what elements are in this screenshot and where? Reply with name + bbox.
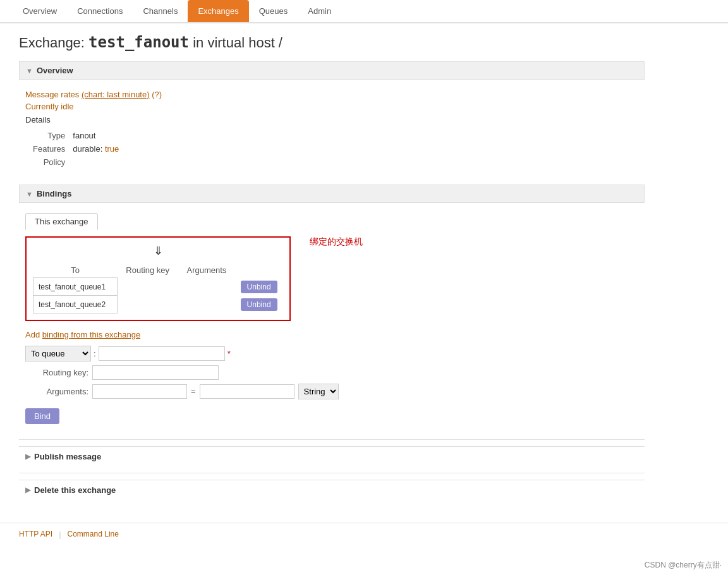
required-star: * [228,349,231,358]
routing-key-label: Routing key: [25,368,88,377]
arguments-label: Arguments: [25,387,88,396]
footer-divider: | [59,530,61,539]
command-line-link[interactable]: Command Line [68,530,119,539]
nav-item-exchanges[interactable]: Exchanges [188,0,248,22]
publish-section-label: Publish message [34,452,101,461]
queue-destination-input[interactable] [99,346,225,361]
add-binding-link[interactable]: binding from this exchange [42,330,140,339]
delete-section-label: Delete this exchange [34,485,116,495]
col-routing-key: Routing key [118,263,178,278]
unbind-cell-2: Unbind [235,296,283,313]
type-label: Type [33,130,71,142]
table-row: test_fanout_queue2 Unbind [33,296,283,313]
details-label: Details [25,115,638,125]
publish-expand-icon: ▶ [25,452,30,461]
overview-collapse-icon: ▼ [26,67,33,75]
queue-name-1: test_fanout_queue1 [33,278,118,296]
policy-value [73,156,124,168]
nav-item-connections[interactable]: Connections [67,0,133,22]
this-exchange-tab[interactable]: This exchange [25,213,98,230]
overview-body: Message rates (chart: last minute) (?) C… [19,86,645,178]
divider-2 [19,473,645,473]
queue-name-2: test_fanout_queue2 [33,296,118,313]
bind-button[interactable]: Bind [25,408,59,424]
equals-sign: = [191,387,196,396]
main-content: Exchange: test_fanout in virtual host / … [0,23,664,510]
type-value: fanout [73,130,124,142]
bindings-section-label: Bindings [37,189,72,198]
bindings-annotation: 绑定的交换机 [310,236,363,248]
col-action [235,263,283,278]
nav-item-queues[interactable]: Queues [249,0,298,22]
nav-item-channels[interactable]: Channels [133,0,188,22]
table-row: test_fanout_queue1 Unbind [33,278,283,296]
publish-message-section[interactable]: ▶ Publish message [19,446,645,466]
unbind-cell-1: Unbind [235,278,283,296]
bindings-section-header[interactable]: ▼ Bindings [19,185,645,203]
nav-item-overview[interactable]: Overview [13,0,67,22]
bindings-collapse-icon: ▼ [26,190,33,198]
unbind-button-2[interactable]: Unbind [241,298,277,311]
page-title: Exchange: test_fanout in virtual host / [19,33,645,51]
colon-separator: : [94,349,96,358]
delete-expand-icon: ▶ [25,486,30,494]
bind-button-wrapper: Bind [25,404,638,424]
features-label: Features [33,143,71,155]
policy-label: Policy [33,156,71,168]
routing-key-1 [118,278,178,296]
message-rates-label: Message rates (chart: last minute) (?) [25,90,638,99]
features-value: durable: true [73,143,124,155]
bindings-inline-wrapper: ⇓ To Routing key Arguments test_fanout_q… [25,236,638,330]
http-api-link[interactable]: HTTP API [19,530,52,539]
footer: HTTP API | Command Line [0,523,728,545]
details-table: Type fanout Features durable: true Polic… [32,128,125,169]
nav-item-admin[interactable]: Admin [298,0,341,22]
durable-link[interactable]: true [105,144,119,154]
bindings-box: ⇓ To Routing key Arguments test_fanout_q… [25,236,291,321]
arguments-value-input[interactable] [200,384,294,399]
top-navigation: Overview Connections Channels Exchanges … [0,0,728,23]
to-queue-select[interactable]: To queue To exchange [25,346,91,361]
arguments-2 [178,296,235,313]
arguments-key-input[interactable] [92,384,187,399]
col-to: To [33,263,118,278]
arguments-row: Arguments: = String [25,384,638,399]
bindings-tab-bar: This exchange [25,213,638,230]
bindings-table: To Routing key Arguments test_fanout_que… [33,263,283,313]
add-binding-label: Add binding from this exchange [25,330,638,339]
to-queue-row: To queue To exchange : * [25,346,638,361]
routing-key-input[interactable] [92,365,219,380]
unbind-button-1[interactable]: Unbind [241,281,277,293]
idle-status: Currently idle [25,102,638,111]
overview-section-label: Overview [37,66,73,75]
down-arrow: ⇓ [33,244,283,258]
bindings-body: This exchange ⇓ To Routing key Arguments [19,209,645,433]
divider-1 [19,439,645,440]
chart-link[interactable]: (chart: last minute) [82,90,150,99]
arguments-type-select[interactable]: String [298,384,339,399]
col-arguments: Arguments [178,263,235,278]
delete-exchange-section[interactable]: ▶ Delete this exchange [19,480,645,500]
overview-section-header[interactable]: ▼ Overview [19,61,645,80]
routing-key-2 [118,296,178,313]
routing-key-row: Routing key: [25,365,638,380]
arguments-1 [178,278,235,296]
